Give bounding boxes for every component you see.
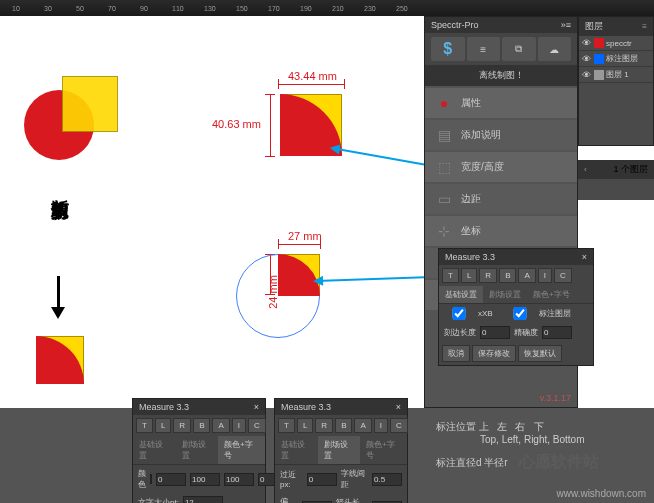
layer-color-swatch — [594, 70, 604, 80]
measure-action-btn[interactable]: 保存修改 — [472, 345, 516, 362]
specctr-item-0[interactable]: ●属性 — [425, 88, 577, 118]
layer-row[interactable]: 👁specctr — [579, 36, 653, 51]
panel-menu-icon[interactable]: ≡ — [642, 22, 647, 31]
layer-row[interactable]: 👁标注图层 — [579, 51, 653, 67]
specctr-item-icon: ⊹ — [435, 222, 453, 240]
specctr-title: Specctr-Pro»≡ — [425, 17, 577, 33]
specctr-item-icon: ▤ — [435, 126, 453, 144]
measure-panel-float[interactable]: Measure 3.3× TLRBAIC 基础设置 剧场设置 颜色+字号 xXB… — [438, 248, 594, 366]
measure-pos-btn[interactable]: C — [554, 268, 572, 283]
eye-icon[interactable]: 👁 — [582, 38, 592, 48]
specctr-banner: 离线制图！ — [425, 65, 577, 86]
ruler-horizontal: 1030507090110130150170190210230250 — [0, 0, 654, 16]
measure-pos-btn[interactable]: I — [232, 418, 246, 433]
tab-theater[interactable]: 剧场设置 — [318, 436, 361, 464]
measure-pos-btn[interactable]: R — [315, 418, 333, 433]
dimension-height-label: 40.63 mm — [212, 118, 261, 130]
measure-pos-btn[interactable]: A — [354, 418, 371, 433]
close-icon[interactable]: × — [396, 402, 401, 412]
measure-pos-btn[interactable]: R — [173, 418, 191, 433]
measure-pos-btn[interactable]: I — [374, 418, 388, 433]
measure-pos-btn[interactable]: L — [297, 418, 313, 433]
measure-tabs: 基础设置 剧场设置 颜色+字号 — [439, 286, 593, 304]
measure-pos-btn[interactable]: B — [193, 418, 210, 433]
specctr-tab-lines-icon[interactable]: ≡ — [467, 37, 501, 61]
measure-pos-btn[interactable]: B — [335, 418, 352, 433]
logo: 心愿软件站 — [519, 452, 599, 473]
layer-name: specctr — [606, 39, 632, 48]
specctr-item-label: 宽度/高度 — [461, 160, 504, 174]
specctr-item-icon: ⬚ — [435, 158, 453, 176]
specctr-item-label: 坐标 — [461, 224, 481, 238]
tab-colorfont[interactable]: 颜色+字号 — [360, 436, 407, 464]
chevron-icon[interactable]: ‹ — [584, 165, 587, 174]
info-line3: 标注直径d 半径r — [436, 456, 508, 470]
specctr-tab-copy-icon[interactable]: ⧉ — [502, 37, 536, 61]
info-line2: Top, Left, Right, Bottom — [480, 434, 585, 445]
layer-color-swatch — [594, 54, 604, 64]
tab-colorfont[interactable]: 颜色+字号 — [218, 436, 265, 464]
specctr-item-label: 添加说明 — [461, 128, 501, 142]
dimension-width-label: 43.44 mm — [288, 70, 337, 82]
measure-pos-btn[interactable]: A — [518, 268, 535, 283]
panel-menu-icon[interactable]: »≡ — [561, 20, 571, 30]
tab-theater[interactable]: 剧场设置 — [176, 436, 219, 464]
measure-action-btn[interactable]: 取消 — [442, 345, 470, 362]
down-arrow-icon — [57, 276, 60, 316]
specctr-tab-cloud-icon[interactable]: ☁ — [538, 37, 572, 61]
chk-layer[interactable] — [505, 307, 535, 320]
measure-pos-btn[interactable]: A — [212, 418, 229, 433]
measure-pos-btn[interactable]: C — [390, 418, 408, 433]
eye-icon[interactable]: 👁 — [582, 70, 592, 80]
arrow-blue-1 — [333, 147, 432, 166]
measure-pos-btn[interactable]: I — [538, 268, 552, 283]
specctr-tab-brand[interactable]: $ — [431, 37, 465, 61]
tab-basic[interactable]: 基础设置 — [133, 436, 176, 464]
eye-icon[interactable]: 👁 — [582, 54, 592, 64]
specctr-item-icon: ▭ — [435, 190, 453, 208]
layer-color-swatch — [594, 38, 604, 48]
measure-pos-btn[interactable]: T — [136, 418, 153, 433]
measure-pos-btn[interactable]: L — [461, 268, 477, 283]
tab-colorfont[interactable]: 颜色+字号 — [527, 286, 576, 303]
measure-action-btn[interactable]: 恢复默认 — [518, 345, 562, 362]
measure-pos-btn[interactable]: T — [442, 268, 459, 283]
dim-line-h — [278, 84, 344, 85]
info-line1: 标注位置 上 左 右 下 — [436, 420, 544, 434]
tab-theater[interactable]: 剧场设置 — [483, 286, 527, 303]
edge-len-input[interactable] — [480, 326, 510, 339]
specctr-version: v.3.1.17 — [540, 393, 571, 403]
tab-basic[interactable]: 基础设置 — [439, 286, 483, 303]
measure-pos-btn[interactable]: C — [248, 418, 266, 433]
dim-line-v — [270, 94, 271, 156]
layer-row[interactable]: 👁图层 1 — [579, 67, 653, 83]
measure-pos-btn[interactable]: B — [499, 268, 516, 283]
specctr-item-icon: ● — [435, 94, 453, 112]
specctr-item-3[interactable]: ▭边距 — [425, 184, 577, 214]
layer-name: 图层 1 — [606, 69, 629, 80]
measure-panel-bottom1[interactable]: Measure 3.3× TLRBAIC 基础设置 剧场设置 颜色+字号 颜色 … — [132, 398, 266, 503]
measure-panel-bottom2[interactable]: Measure 3.3× TLRBAIC 基础设置 剧场设置 颜色+字号 过近p… — [274, 398, 408, 503]
specctr-item-label: 属性 — [461, 96, 481, 110]
specctr-item-1[interactable]: ▤添加说明 — [425, 120, 577, 150]
close-icon[interactable]: × — [254, 402, 259, 412]
measure-pos-btn[interactable]: L — [155, 418, 171, 433]
specctr-item-2[interactable]: ⬚宽度/高度 — [425, 152, 577, 182]
layer-name: 标注图层 — [606, 53, 638, 64]
layers-panel[interactable]: 图层≡ 👁specctr👁标注图层👁图层 1 — [578, 16, 654, 146]
measure-pos-btn[interactable]: T — [278, 418, 295, 433]
specctr-item-label: 边距 — [461, 192, 481, 206]
chk-xxb[interactable] — [444, 307, 474, 320]
color-swatch[interactable] — [150, 474, 152, 484]
measure-pos-btn[interactable]: R — [479, 268, 497, 283]
specctr-tabs[interactable]: $ ≡ ⧉ ☁ — [425, 33, 577, 65]
dimension-width27-label: 27 mm — [288, 230, 322, 242]
tab-basic[interactable]: 基础设置 — [275, 436, 318, 464]
specctr-item-4[interactable]: ⊹坐标 — [425, 216, 577, 246]
precision-input[interactable] — [542, 326, 572, 339]
close-icon[interactable]: × — [582, 252, 587, 262]
watermark: www.wishdown.com — [557, 488, 646, 499]
properties-collapsed[interactable]: ‹1 个图层 — [578, 160, 654, 200]
font-size-input[interactable] — [183, 496, 223, 503]
arrow-blue-2 — [316, 276, 432, 282]
